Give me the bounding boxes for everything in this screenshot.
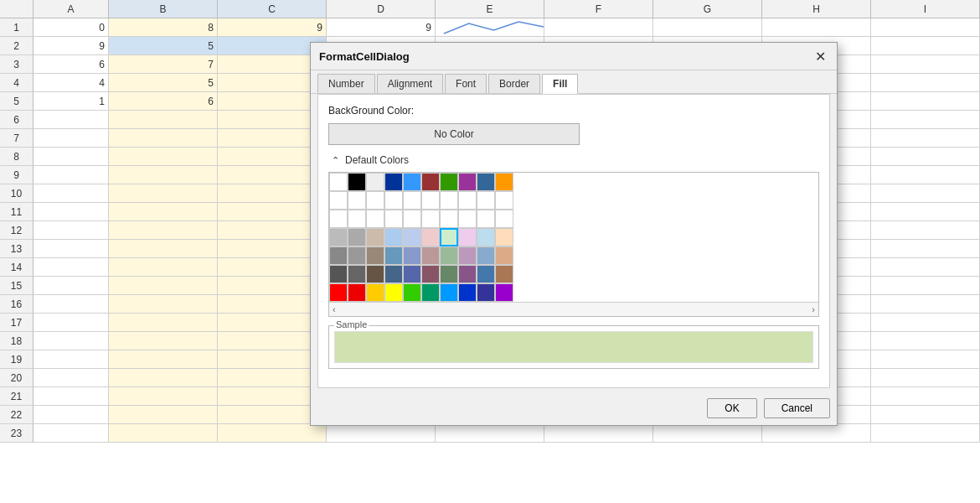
color-cell[interactable] [421, 265, 440, 283]
cell[interactable] [34, 424, 109, 443]
cell[interactable] [34, 332, 109, 350]
color-cell[interactable] [384, 283, 403, 302]
cell-i4[interactable] [871, 74, 980, 92]
color-cell[interactable] [329, 283, 348, 302]
cell-b4[interactable]: 5 [109, 74, 218, 92]
cell[interactable] [871, 240, 980, 258]
color-cell[interactable] [403, 228, 421, 246]
cell[interactable] [109, 111, 218, 129]
cell[interactable] [871, 314, 980, 332]
color-cell[interactable] [495, 191, 513, 210]
cell[interactable] [109, 406, 218, 424]
cell[interactable] [871, 295, 980, 314]
dialog-close-button[interactable]: ✕ [812, 48, 828, 65]
cell[interactable] [34, 184, 109, 203]
col-header-a[interactable]: A [34, 0, 109, 18]
cell[interactable] [871, 166, 980, 184]
cell[interactable] [109, 424, 218, 443]
scroll-right-icon[interactable]: › [812, 304, 815, 314]
cell-h1[interactable] [762, 18, 871, 37]
cell-a5[interactable]: 1 [34, 92, 109, 111]
color-cell[interactable] [440, 191, 458, 210]
color-cell[interactable] [366, 228, 384, 246]
color-cell[interactable] [329, 228, 348, 246]
cell[interactable] [871, 129, 980, 148]
cell[interactable] [871, 406, 980, 424]
cell-a2[interactable]: 9 [34, 37, 109, 55]
cell-a4[interactable]: 4 [34, 74, 109, 92]
color-cell[interactable] [458, 246, 477, 265]
cell[interactable] [34, 350, 109, 369]
cell[interactable] [109, 203, 218, 221]
color-cell[interactable] [384, 210, 403, 228]
color-cell[interactable] [477, 210, 495, 228]
color-cell[interactable] [458, 265, 477, 283]
cell-d1[interactable]: 9 [327, 18, 436, 37]
cell[interactable] [34, 387, 109, 406]
color-cell[interactable] [348, 210, 366, 228]
cell[interactable] [871, 332, 980, 350]
cell[interactable] [34, 148, 109, 166]
color-cell[interactable] [366, 210, 384, 228]
color-cell[interactable] [384, 173, 403, 191]
cell[interactable] [871, 277, 980, 295]
col-header-g[interactable]: G [653, 0, 762, 18]
cell[interactable] [34, 129, 109, 148]
color-cell[interactable] [477, 173, 495, 191]
color-cell[interactable] [440, 265, 458, 283]
cell[interactable] [871, 111, 980, 129]
cell-f1[interactable] [544, 18, 653, 37]
cell[interactable] [34, 221, 109, 240]
color-cell[interactable] [421, 191, 440, 210]
cell[interactable] [871, 203, 980, 221]
cell[interactable] [109, 258, 218, 277]
tab-alignment[interactable]: Alignment [377, 74, 443, 93]
color-cell[interactable] [403, 173, 421, 191]
cell[interactable] [871, 424, 980, 443]
cell-i5[interactable] [871, 92, 980, 111]
cell[interactable] [109, 148, 218, 166]
cell[interactable] [871, 387, 980, 406]
cell[interactable] [871, 148, 980, 166]
cell[interactable] [653, 424, 762, 443]
color-cell[interactable] [329, 173, 348, 191]
cell-c1[interactable]: 9 [218, 18, 327, 37]
cell-b3[interactable]: 7 [109, 55, 218, 74]
cell-i2[interactable] [871, 37, 980, 55]
color-cell[interactable] [495, 173, 513, 191]
tab-border[interactable]: Border [488, 74, 540, 93]
cell-g1[interactable] [653, 18, 762, 37]
color-cell[interactable] [421, 173, 440, 191]
cell-a1[interactable]: 0 [34, 18, 109, 37]
cell[interactable] [762, 424, 871, 443]
cell[interactable] [34, 314, 109, 332]
cell[interactable] [327, 424, 436, 443]
color-cell[interactable] [458, 210, 477, 228]
col-header-b[interactable]: B [109, 0, 218, 18]
color-cell[interactable] [477, 246, 495, 265]
scroll-left-icon[interactable]: ‹ [333, 304, 336, 314]
cell[interactable] [871, 221, 980, 240]
cell[interactable] [34, 406, 109, 424]
color-cell[interactable] [384, 191, 403, 210]
cell[interactable] [34, 240, 109, 258]
cell[interactable] [109, 332, 218, 350]
cell-a3[interactable]: 6 [34, 55, 109, 74]
color-cell[interactable] [421, 283, 440, 302]
color-cell[interactable] [403, 246, 421, 265]
color-cell[interactable] [348, 173, 366, 191]
color-cell[interactable] [421, 210, 440, 228]
color-cell[interactable] [384, 246, 403, 265]
cell[interactable] [34, 369, 109, 387]
color-cell[interactable] [366, 283, 384, 302]
cell-b5[interactable]: 6 [109, 92, 218, 111]
tab-number[interactable]: Number [317, 74, 375, 93]
color-cell[interactable] [477, 191, 495, 210]
cell[interactable] [871, 350, 980, 369]
color-cell[interactable] [440, 246, 458, 265]
color-cell[interactable] [440, 210, 458, 228]
cell[interactable] [34, 166, 109, 184]
cell[interactable] [109, 277, 218, 295]
cell[interactable] [109, 387, 218, 406]
cell[interactable] [109, 184, 218, 203]
